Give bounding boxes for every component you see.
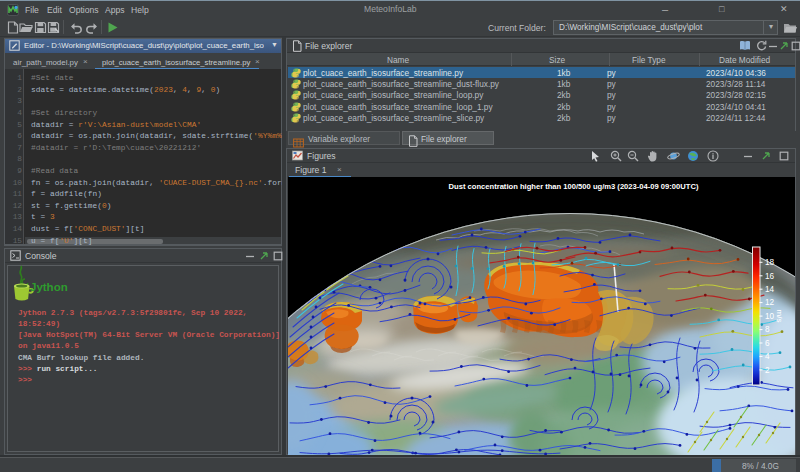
svg-text:14: 14 [765, 285, 775, 294]
svg-text:10: 10 [765, 312, 775, 321]
svg-text:4: 4 [765, 352, 770, 361]
svg-text:8: 8 [765, 325, 770, 334]
svg-text:2: 2 [765, 366, 770, 375]
svg-text:16: 16 [765, 272, 775, 281]
svg-text:m/s: m/s [775, 310, 784, 323]
svg-text:12: 12 [765, 298, 775, 307]
svg-text:6: 6 [765, 339, 770, 348]
svg-text:18: 18 [765, 258, 775, 267]
